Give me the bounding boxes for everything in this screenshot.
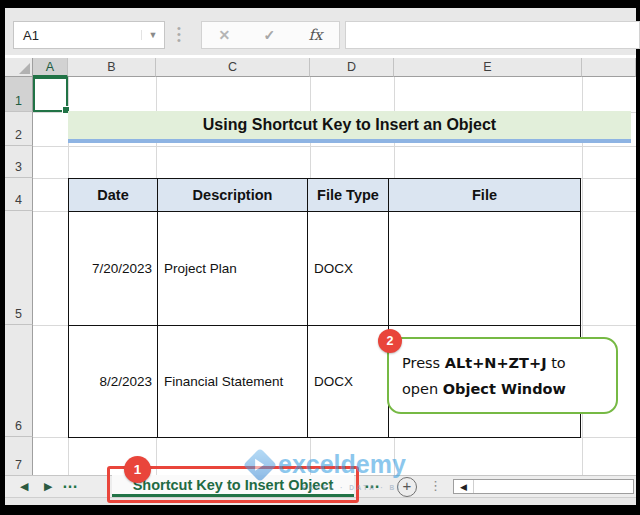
toolbar-separator-dots: •••: [177, 25, 181, 43]
column-header-partial[interactable]: [582, 58, 636, 77]
more-sheets-left[interactable]: …: [62, 474, 78, 492]
table-header-filetype[interactable]: File Type: [308, 179, 389, 212]
cell-date[interactable]: 7/20/2023: [69, 212, 158, 326]
select-all-corner[interactable]: [5, 58, 33, 77]
row-header-4[interactable]: 4: [5, 178, 33, 211]
cell-date[interactable]: 8/2/2023: [69, 326, 158, 438]
row-header-6[interactable]: 6: [5, 325, 33, 437]
sheet-nav-right-icon[interactable]: ▶: [44, 480, 52, 493]
column-header-d[interactable]: D: [310, 58, 394, 77]
column-header-e[interactable]: E: [394, 58, 582, 77]
step-badge-1: 1: [124, 456, 151, 483]
new-sheet-button[interactable]: +: [397, 477, 417, 497]
cell-filetype[interactable]: DOCX: [308, 326, 389, 438]
cell-filetype[interactable]: DOCX: [308, 212, 389, 326]
name-box-dropdown-icon[interactable]: ▼: [141, 30, 164, 40]
cell-description[interactable]: Financial Statement: [158, 326, 308, 438]
enter-icon[interactable]: ✓: [263, 27, 275, 43]
name-box-value: A1: [14, 28, 141, 43]
excel-window: A1 ▼ ••• ✕ ✓ fx A B C D E 1 2 3 4 5 6 7: [0, 0, 640, 515]
row-header-7[interactable]: 7: [5, 437, 33, 475]
tab-bar-menu-dots-icon[interactable]: ⋮: [429, 478, 442, 493]
row-header-2[interactable]: 2: [5, 112, 33, 146]
horizontal-scrollbar[interactable]: ◀: [453, 479, 634, 494]
instruction-callout[interactable]: Press ALt+N+ZT+J to open Object Window: [387, 337, 618, 414]
sheet-nav-left-icon[interactable]: ◀: [20, 480, 28, 493]
row-header-3[interactable]: 3: [5, 146, 33, 178]
column-header-c[interactable]: C: [156, 58, 310, 77]
row-header-1[interactable]: 1: [5, 77, 33, 112]
scroll-left-icon[interactable]: ◀: [454, 480, 474, 493]
row-header-5[interactable]: 5: [5, 211, 33, 325]
formula-bar-input[interactable]: [345, 21, 640, 49]
table-header-file[interactable]: File: [389, 179, 581, 212]
name-box[interactable]: A1 ▼: [13, 21, 165, 49]
table-row: 7/20/2023 Project Plan DOCX: [69, 212, 581, 326]
column-header-a[interactable]: A: [33, 58, 68, 77]
gridline: [33, 146, 636, 147]
cancel-icon[interactable]: ✕: [219, 27, 231, 43]
select-all-triangle-icon: [19, 63, 30, 74]
selected-cell-a1[interactable]: [33, 77, 68, 112]
cell-description[interactable]: Project Plan: [158, 212, 308, 326]
callout-line-2: open Object Window: [402, 376, 616, 402]
cell-file[interactable]: [389, 212, 581, 326]
column-header-b[interactable]: B: [68, 58, 156, 77]
formula-toolbar: A1 ▼ ••• ✕ ✓ fx: [5, 8, 636, 55]
callout-line-1: Press ALt+N+ZT+J to: [402, 350, 616, 376]
table-header-description[interactable]: Description: [158, 179, 308, 212]
more-sheets-right[interactable]: …: [364, 474, 380, 492]
insert-function-icon[interactable]: fx: [308, 26, 322, 44]
step-badge-2: 2: [378, 329, 402, 353]
sheet-title-cell[interactable]: Using Shortcut Key to Insert an Object: [68, 111, 631, 143]
table-header-date[interactable]: Date: [69, 179, 158, 212]
formula-buttons: ✕ ✓ fx: [201, 21, 340, 49]
